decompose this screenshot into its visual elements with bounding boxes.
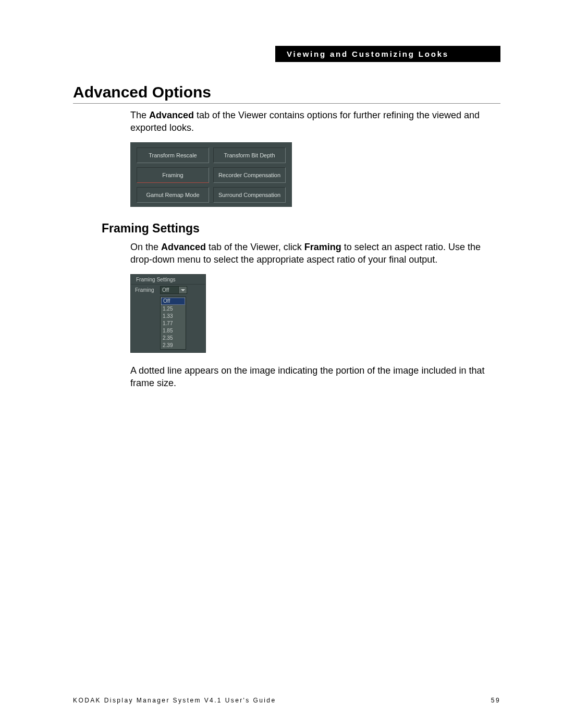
indent-block-1: The Advanced tab of the Viewer contains … [130, 109, 500, 207]
framing-option-list[interactable]: Off 1.25 1.33 1.77 1.85 2.35 2.39 [160, 297, 186, 350]
content-area: Advanced Options The Advanced tab of the… [73, 46, 500, 389]
framing-label: Framing [135, 287, 158, 293]
fp-b1: Advanced [161, 242, 206, 252]
framing-row: Framing Off [131, 285, 205, 295]
framing-option[interactable]: 1.33 [161, 313, 186, 320]
framing-paragraph: On the Advanced tab of the Viewer, click… [130, 241, 500, 266]
footer-page-number: 59 [491, 697, 500, 704]
framing-dropdown-button[interactable] [179, 286, 187, 294]
footer-doc-title: KODAK Display Manager System V4.1 User's… [73, 697, 276, 704]
framing-option[interactable]: Off [161, 298, 185, 305]
framing-option[interactable]: 1.25 [161, 305, 186, 313]
fp-b2: Framing [304, 242, 341, 252]
page-footer: KODAK Display Manager System V4.1 User's… [73, 697, 500, 704]
advanced-row-2: Framing Recorder Compensation [137, 167, 286, 183]
page-title: Advanced Options [73, 83, 500, 101]
fp-t1: On the [130, 242, 161, 252]
fp-t2: tab of the Viewer, click [206, 242, 304, 252]
page: Viewing and Customizing Looks Advanced O… [0, 0, 563, 728]
gamut-remap-mode-button[interactable]: Gamut Remap Mode [137, 187, 209, 203]
framing-option[interactable]: 2.35 [161, 335, 186, 342]
framing-option[interactable]: 1.77 [161, 320, 186, 327]
surround-compensation-button[interactable]: Surround Compensation [213, 187, 286, 203]
chevron-down-icon [181, 289, 185, 291]
framing-button[interactable]: Framing [137, 167, 209, 183]
transform-bit-depth-button[interactable]: Transform Bit Depth [213, 147, 286, 163]
advanced-row-1: Transform Rescale Transform Bit Depth [137, 147, 286, 163]
indent-block-2: On the Advanced tab of the Viewer, click… [130, 241, 500, 389]
transform-rescale-button[interactable]: Transform Rescale [137, 147, 209, 163]
title-rule [73, 103, 500, 104]
framing-select-value: Off [160, 286, 179, 294]
framing-option[interactable]: 1.85 [161, 327, 186, 335]
dotted-separator: . . . . . . . . . . . . . . . . . . . . … [73, 684, 500, 687]
subsection-title: Framing Settings [102, 221, 500, 236]
section-header: Viewing and Customizing Looks [275, 46, 500, 62]
framing-group-title: Framing Settings [131, 275, 205, 285]
after-framing-paragraph: A dotted line appears on the image indic… [130, 364, 500, 389]
intro-paragraph: The Advanced tab of the Viewer contains … [130, 109, 500, 134]
recorder-compensation-button[interactable]: Recorder Compensation [213, 167, 286, 183]
framing-option[interactable]: 2.39 [161, 342, 186, 349]
advanced-tab-panel: Transform Rescale Transform Bit Depth Fr… [130, 142, 292, 207]
advanced-row-3: Gamut Remap Mode Surround Compensation [137, 187, 286, 203]
intro-bold: Advanced [149, 110, 194, 120]
framing-select[interactable]: Off [160, 286, 187, 294]
framing-settings-panel: Framing Settings Framing Off Off 1.25 1.… [130, 274, 206, 353]
intro-text: The [130, 110, 149, 120]
